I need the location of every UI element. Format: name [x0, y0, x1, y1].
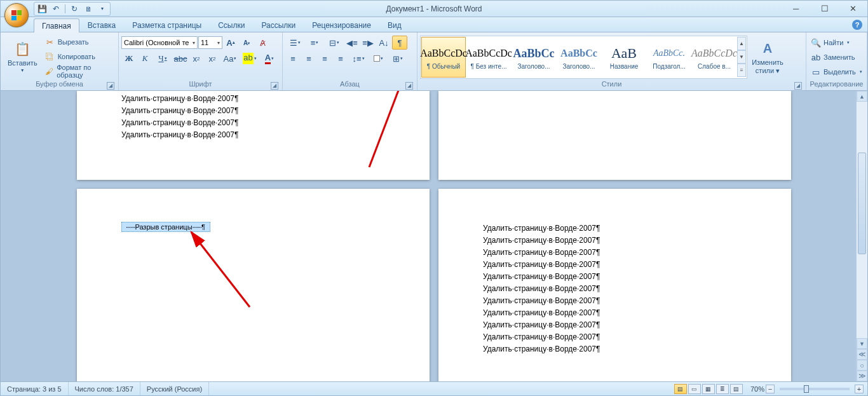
page-break-marker[interactable]: ·······Разрыв страницы·······¶: [121, 222, 210, 232]
strikethrough-button[interactable]: abc: [173, 51, 188, 65]
scroll-up-button[interactable]: ▲: [857, 91, 867, 102]
shrink-font-button[interactable]: A▾: [239, 36, 254, 50]
help-icon[interactable]: ?: [852, 20, 862, 30]
prev-page-button[interactable]: ≪: [857, 349, 867, 360]
next-page-button[interactable]: ≫: [857, 371, 867, 381]
ribbon-tabs: Главная Вставка Разметка страницы Ссылки…: [1, 17, 867, 32]
sort-button[interactable]: A↓: [376, 36, 391, 50]
change-styles-label: Изменитьстили ▾: [752, 58, 783, 74]
style wlabel: Заголово...: [518, 63, 550, 70]
browse-object-button[interactable]: ○: [857, 360, 867, 371]
page-2[interactable]: [438, 91, 791, 180]
shading-button[interactable]: ▾: [369, 51, 388, 65]
style-item-5[interactable]: AaBbCc.Подзагол...: [647, 37, 691, 78]
font-color-button[interactable]: A▾: [260, 51, 279, 65]
view-print-layout[interactable]: ▤: [674, 384, 687, 394]
zoom-knob[interactable]: [804, 385, 809, 393]
page-1[interactable]: Удалить·страницу·в·Ворде·2007¶ Удалить·с…: [77, 91, 430, 180]
style wlabel: Заголово...: [563, 63, 595, 70]
view-draft[interactable]: ▤: [730, 384, 743, 394]
zoom-value[interactable]: 70%: [750, 385, 764, 393]
borders-button[interactable]: ⊞▾: [388, 51, 407, 65]
tab-home[interactable]: Главная: [34, 18, 79, 32]
superscript-button[interactable]: x2: [205, 51, 220, 65]
styles-scroll-down[interactable]: ▼: [737, 50, 746, 64]
tab-view[interactable]: Вид: [379, 18, 410, 32]
zoom-slider[interactable]: [780, 388, 850, 390]
tab-mailings[interactable]: Рассылки: [253, 18, 304, 32]
tab-review[interactable]: Рецензирование: [304, 18, 379, 32]
style-item-0[interactable]: AaBbCcDc¶ Обычный: [421, 37, 466, 78]
decrease-indent-button[interactable]: ◀≡: [344, 36, 360, 50]
zoom-in-button[interactable]: +: [855, 385, 864, 393]
zoom-out-button[interactable]: −: [766, 385, 775, 393]
doc-line: Удалить·страницу·в·Ворде·2007¶: [483, 308, 747, 317]
page-4[interactable]: Удалить·страницу·в·Ворде·2007¶ Удалить·с…: [438, 189, 791, 381]
cut-button[interactable]: ✂Вырезать: [43, 35, 116, 49]
view-web-layout[interactable]: ▦: [702, 384, 715, 394]
status-word-count[interactable]: Число слов: 1/357: [69, 382, 140, 395]
format-painter-button[interactable]: 🖌Формат по образцу: [43, 64, 116, 78]
status-page[interactable]: Страница: 3 из 5: [1, 382, 69, 395]
select-button[interactable]: ▭Выделить▾: [809, 65, 864, 79]
status-language[interactable]: Русский (Россия): [140, 382, 209, 395]
bold-button[interactable]: Ж: [121, 51, 137, 65]
tab-insert[interactable]: Вставка: [79, 18, 125, 32]
tab-references[interactable]: Ссылки: [210, 18, 253, 32]
subscript-button[interactable]: x2: [189, 51, 204, 65]
line-spacing-button[interactable]: ↕≡▾: [349, 51, 368, 65]
style-item-2[interactable]: AaBbCcЗаголово...: [512, 37, 556, 78]
save-icon[interactable]: 💾: [37, 4, 47, 14]
change-case-button[interactable]: Aa▾: [220, 51, 240, 65]
paragraph-launcher[interactable]: ◢: [405, 82, 413, 90]
clear-formatting-button[interactable]: A̷: [255, 36, 270, 50]
minimize-button[interactable]: ─: [782, 3, 810, 15]
redo-icon[interactable]: ↻: [69, 4, 79, 14]
highlight-button[interactable]: ab▾: [240, 51, 259, 65]
style-item-4[interactable]: АаВНазвание: [602, 37, 646, 78]
tab-page-layout[interactable]: Разметка страницы: [124, 18, 210, 32]
paste-button[interactable]: 📋 Вставить ▼: [3, 34, 42, 78]
grow-font-button[interactable]: A▴: [223, 36, 238, 50]
italic-button[interactable]: К: [137, 51, 153, 65]
show-paragraph-marks-button[interactable]: ¶: [392, 36, 407, 50]
align-left-button[interactable]: ≡: [285, 51, 301, 65]
copy-button[interactable]: ⿻Копировать: [43, 50, 116, 64]
bullets-button[interactable]: ☰▾: [285, 36, 304, 50]
styles-scroll-up[interactable]: ▲: [737, 37, 746, 50]
vertical-scrollbar[interactable]: ▲ ▼ ≪ ○ ≫: [856, 91, 867, 381]
scroll-thumb[interactable]: [858, 153, 866, 254]
styles-expand[interactable]: ≡: [737, 64, 746, 77]
qat-customize-icon[interactable]: ▾: [97, 4, 107, 14]
numbering-button[interactable]: ≡▾: [305, 36, 324, 50]
align-center-button[interactable]: ≡: [301, 51, 316, 65]
office-button[interactable]: [4, 3, 29, 27]
font-name-combo[interactable]: Calibri (Основной те▾: [121, 36, 198, 49]
doc-line: Удалить·страницу·в·Ворде·2007¶: [483, 224, 747, 233]
undo-icon[interactable]: ↶: [51, 4, 61, 14]
clipboard-launcher[interactable]: ◢: [107, 82, 114, 90]
quick-print-icon[interactable]: 🗎: [83, 4, 93, 14]
style wlabel: Подзагол...: [653, 63, 685, 70]
change-styles-button[interactable]: A Изменитьстили ▾: [749, 35, 787, 79]
maximize-button[interactable]: ☐: [810, 3, 839, 15]
styles-gallery: AaBbCcDc¶ ОбычныйAaBbCcDc¶ Без инте...Aa…: [420, 36, 747, 79]
style-item-3[interactable]: AaBbCcЗаголово...: [557, 37, 601, 78]
replace-button[interactable]: abЗаменить: [809, 50, 857, 64]
find-button[interactable]: 🔍Найти▾: [809, 36, 851, 50]
style-item-1[interactable]: AaBbCcDc¶ Без инте...: [466, 37, 511, 78]
justify-button[interactable]: ≡: [333, 51, 348, 65]
align-right-button[interactable]: ≡: [317, 51, 332, 65]
view-outline[interactable]: ≣: [716, 384, 729, 394]
style-item-6[interactable]: AaBbCcDcСлабое в...: [692, 37, 736, 78]
multilevel-list-button[interactable]: ⊟▾: [325, 36, 344, 50]
close-button[interactable]: ✕: [839, 3, 867, 15]
underline-button[interactable]: Ч▾: [153, 51, 172, 65]
font-launcher[interactable]: ◢: [271, 82, 278, 90]
styles-launcher[interactable]: ◢: [794, 82, 802, 90]
page-3[interactable]: ·······Разрыв страницы·······¶: [77, 189, 430, 381]
increase-indent-button[interactable]: ≡▶: [360, 36, 376, 50]
view-full-screen[interactable]: ▭: [688, 384, 701, 394]
font-size-combo[interactable]: 11▾: [198, 36, 222, 49]
scroll-down-button[interactable]: ▼: [857, 338, 867, 349]
